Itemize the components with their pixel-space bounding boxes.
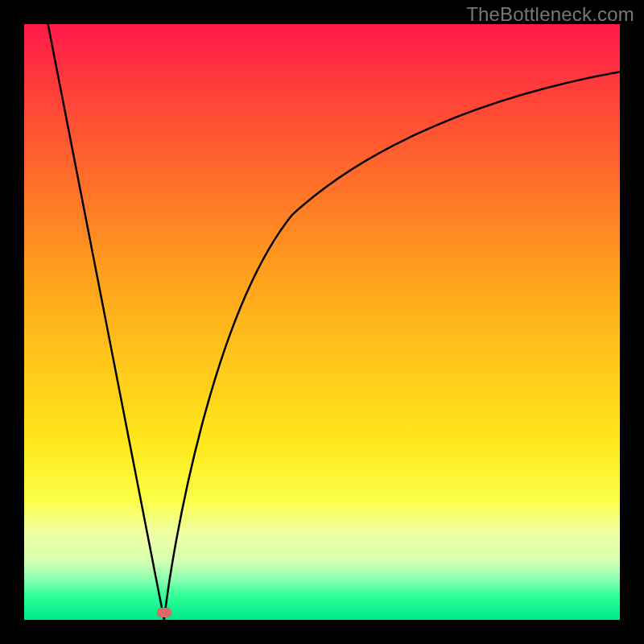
curve-path [48,24,620,620]
vertex-marker [157,608,171,617]
chart-frame: TheBottleneck.com [0,0,644,644]
plot-area [24,24,620,620]
curve-svg [24,24,620,620]
watermark-text: TheBottleneck.com [466,3,634,26]
